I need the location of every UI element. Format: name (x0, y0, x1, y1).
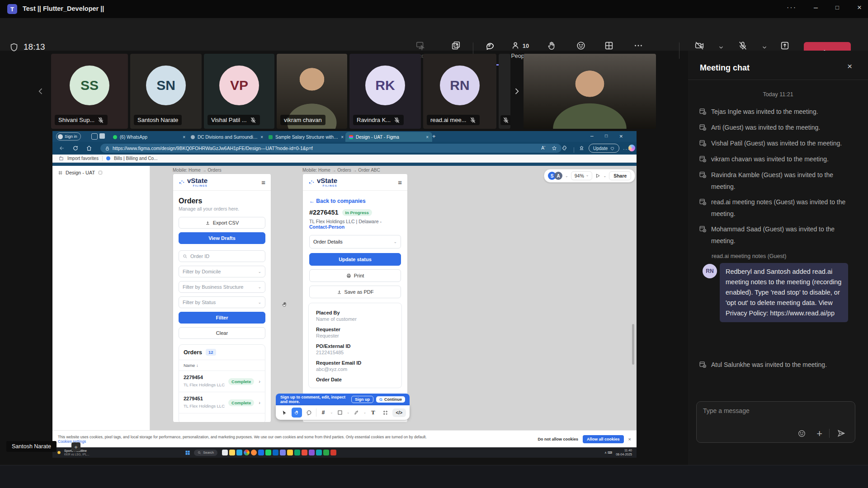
figma-share-button[interactable]: Share (609, 171, 631, 180)
column-header-name[interactable]: Name ↓ (179, 360, 265, 371)
favorite-star-icon[interactable] (552, 145, 557, 151)
refresh-icon[interactable] (72, 145, 79, 151)
order-details-dropdown[interactable]: Order Details⌄ (309, 235, 401, 249)
sign-up-button[interactable]: Sign up (351, 396, 373, 403)
canvas-scrollbar[interactable] (632, 324, 634, 365)
mini-start-icon[interactable] (185, 450, 190, 455)
browser-tab[interactable]: DC Divisions and Surroundings× (187, 132, 267, 142)
comment-tool-icon[interactable] (304, 408, 314, 418)
maximize-button[interactable]: □ (835, 4, 839, 11)
back-to-companies-link[interactable]: ← Back to companies (309, 198, 401, 204)
tiles-scroll-right-icon[interactable] (512, 84, 521, 99)
browser-profile-button[interactable]: Sign in (56, 132, 81, 141)
chevron-down-icon[interactable]: ⌄ (363, 411, 366, 414)
order-row[interactable]: 2279454 TL Flex Holdings LLC Complete › (179, 371, 265, 392)
zoom-control[interactable]: 94%⌄ (571, 171, 593, 180)
participant-tile[interactable]: RK Ravindra K... (349, 54, 421, 129)
order-row[interactable]: 2279451 TL Flex Holdings LLC Complete › (179, 392, 265, 413)
move-tool-icon[interactable] (279, 408, 290, 418)
browser-maximize[interactable]: □ (605, 133, 608, 138)
minimize-button[interactable]: – (814, 4, 818, 12)
filter-status-dropdown[interactable]: Filter by Status⌄ (179, 296, 265, 308)
hamburger-menu-icon[interactable]: ≡ (261, 178, 265, 186)
export-csv-button[interactable]: Export CSV (179, 217, 265, 229)
save-pdf-button[interactable]: Save as PDF (309, 286, 401, 298)
order-id-search-input[interactable]: Order ID (179, 250, 265, 262)
print-button[interactable]: Print (309, 269, 401, 282)
cookie-close-icon[interactable]: × (628, 436, 631, 442)
tiles-scroll-left-icon[interactable] (36, 84, 45, 99)
google-continue-button[interactable]: G Continue (376, 396, 405, 403)
filter-button[interactable]: Filter (179, 312, 265, 324)
frame-label[interactable]: Mobile: Home → Orders → Order ABC (302, 168, 380, 173)
text-tool-icon[interactable]: T (368, 408, 378, 418)
read-aloud-icon[interactable]: Aˣ (541, 145, 545, 150)
tab-close-icon[interactable]: × (183, 135, 185, 140)
tab-actions-icon[interactable] (99, 133, 105, 139)
titlebar-more-icon[interactable]: ··· (787, 4, 797, 12)
mobile-mockup-orders[interactable]: vState FILINGS ≡ Orders Manage all your … (173, 174, 271, 422)
participant-tile[interactable]: VP Vishal Patil ... (204, 54, 274, 129)
frame-icon[interactable] (98, 170, 103, 175)
spotlight-video-tile[interactable] (524, 54, 656, 129)
tab-search-icon[interactable] (91, 133, 98, 140)
mini-search-pill[interactable]: Search (194, 450, 217, 456)
participant-tile[interactable]: RN read.ai mee... (423, 54, 496, 129)
figma-canvas[interactable]: Design - UAT Mobile: Home → Orders vStat… (52, 166, 637, 430)
view-drafts-button[interactable]: View Drafts (179, 232, 265, 244)
figma-menu-icon[interactable] (58, 170, 63, 175)
add-overlay-button[interactable]: + (71, 442, 80, 451)
actions-tool-icon[interactable] (380, 408, 391, 418)
chevron-right-icon[interactable]: › (259, 400, 260, 405)
dev-mode-toggle[interactable]: </> (392, 408, 406, 417)
copilot-icon[interactable] (628, 145, 635, 151)
participant-tile-video[interactable]: vikram chavan (277, 54, 347, 129)
mobile-mockup-order-detail[interactable]: vState FILINGS ≡ ← Back to companies #22… (302, 174, 408, 422)
close-button[interactable]: × (857, 3, 862, 12)
favorites-import-link[interactable]: Import favorites (67, 156, 99, 161)
emoji-icon[interactable] (797, 429, 806, 438)
hand-tool-icon-active[interactable] (292, 408, 302, 418)
collaborator-avatar[interactable]: A (554, 172, 562, 180)
browser-tab[interactable]: (6) WhatsApp× (109, 132, 189, 142)
allow-cookies-button[interactable]: Allow all cookies (583, 435, 624, 443)
chevron-down-icon[interactable]: ⌄ (603, 174, 606, 178)
contact-person-link[interactable]: Contact-Person (309, 224, 344, 230)
chevron-right-icon[interactable]: › (259, 379, 260, 384)
attach-plus-icon[interactable]: + (816, 429, 822, 439)
update-button[interactable]: Update (589, 144, 619, 153)
browser-close[interactable]: × (619, 133, 623, 140)
hamburger-menu-icon[interactable]: ≡ (398, 178, 402, 186)
home-icon[interactable] (86, 145, 92, 151)
favorite-bills-link[interactable]: Bills | Billing and Co... (114, 156, 158, 161)
shape-tool-icon[interactable] (335, 408, 345, 418)
browser-tab[interactable]: Sample Salary Structure with calc× (265, 132, 347, 142)
new-tab-button[interactable]: + (432, 133, 436, 140)
chat-message-input[interactable]: Type a message + (696, 401, 855, 443)
tab-close-icon[interactable]: × (260, 135, 263, 140)
send-icon[interactable] (837, 429, 846, 438)
filter-domicile-dropdown[interactable]: Filter by Domicile⌄ (179, 266, 265, 277)
chevron-down-icon[interactable]: ⌄ (330, 411, 333, 414)
weather-icon[interactable] (56, 450, 62, 455)
figma-file-name[interactable]: Design - UAT (66, 170, 95, 175)
shared-taskbar-apps[interactable] (222, 450, 338, 455)
chat-message-bubble[interactable]: Redberyl and Santosh added read.ai meeti… (720, 263, 848, 322)
participant-tile-partial[interactable] (499, 54, 510, 129)
chevron-down-icon[interactable]: ⌄ (347, 411, 349, 414)
clear-button[interactable]: Clear (179, 327, 265, 339)
browser-tab-active[interactable]: Design - UAT - Figma× (345, 132, 432, 142)
pen-tool-icon[interactable] (351, 408, 362, 418)
collections-icon[interactable] (579, 145, 585, 151)
frame-label[interactable]: Mobile: Home → Orders (173, 168, 222, 173)
deny-cookies-button[interactable]: Do not allow cookies (538, 437, 579, 441)
frame-tool-icon[interactable]: # (318, 408, 329, 418)
url-bar[interactable]: https://www.figma.com/design/9BKQ0FOHRWa… (100, 144, 561, 153)
play-icon[interactable] (595, 173, 600, 178)
participant-tile[interactable]: SN Santosh Narate (130, 54, 202, 129)
update-status-button[interactable]: Update status (309, 253, 401, 266)
participant-tile[interactable]: SS Shivani Sup... (51, 54, 128, 129)
tab-close-icon[interactable]: × (426, 135, 429, 140)
news-subtitle[interactable]: KKR vs LSG, IPL... (64, 453, 89, 456)
tab-close-icon[interactable]: × (341, 135, 344, 140)
